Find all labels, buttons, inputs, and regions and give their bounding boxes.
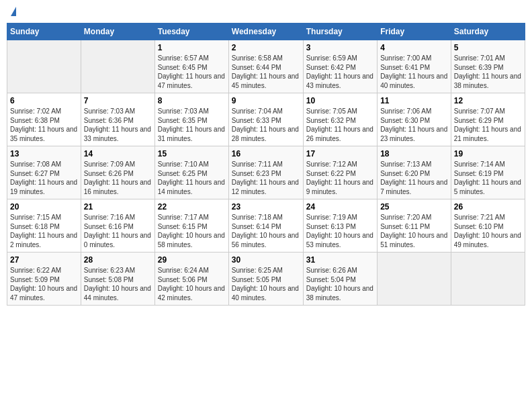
day-info: Sunrise: 7:09 AM Sunset: 6:26 PM Dayligh…: [84, 160, 152, 196]
weekday-header-tuesday: Tuesday: [154, 24, 228, 40]
calendar-table: SundayMondayTuesdayWednesdayThursdayFrid…: [7, 23, 525, 306]
day-number: 22: [158, 202, 226, 212]
calendar-cell: 11Sunrise: 7:06 AM Sunset: 6:30 PM Dayli…: [378, 93, 451, 146]
day-info: Sunrise: 7:17 AM Sunset: 6:15 PM Dayligh…: [158, 213, 226, 249]
calendar-cell: [81, 40, 154, 93]
day-info: Sunrise: 7:12 AM Sunset: 6:22 PM Dayligh…: [306, 160, 374, 196]
day-info: Sunrise: 6:59 AM Sunset: 6:42 PM Dayligh…: [306, 54, 374, 90]
calendar-cell: 5Sunrise: 7:01 AM Sunset: 6:39 PM Daylig…: [451, 40, 525, 93]
calendar-cell: 25Sunrise: 7:20 AM Sunset: 6:11 PM Dayli…: [378, 199, 451, 253]
calendar-cell: 17Sunrise: 7:12 AM Sunset: 6:22 PM Dayli…: [303, 146, 377, 199]
day-info: Sunrise: 6:23 AM Sunset: 5:08 PM Dayligh…: [84, 266, 152, 302]
day-info: Sunrise: 7:21 AM Sunset: 6:10 PM Dayligh…: [454, 213, 522, 249]
day-number: 27: [10, 255, 78, 265]
day-info: Sunrise: 7:19 AM Sunset: 6:13 PM Dayligh…: [306, 213, 374, 249]
day-info: Sunrise: 7:05 AM Sunset: 6:32 PM Dayligh…: [306, 107, 374, 143]
weekday-header-thursday: Thursday: [303, 24, 377, 40]
calendar-cell: 12Sunrise: 7:07 AM Sunset: 6:29 PM Dayli…: [451, 93, 525, 146]
calendar-cell: 13Sunrise: 7:08 AM Sunset: 6:27 PM Dayli…: [7, 146, 81, 199]
weekday-header-friday: Friday: [378, 24, 451, 40]
calendar-cell: 10Sunrise: 7:05 AM Sunset: 6:32 PM Dayli…: [303, 93, 377, 146]
calendar-week-1: 1Sunrise: 6:57 AM Sunset: 6:45 PM Daylig…: [7, 40, 525, 93]
day-info: Sunrise: 7:01 AM Sunset: 6:39 PM Dayligh…: [454, 54, 522, 90]
day-info: Sunrise: 7:15 AM Sunset: 6:18 PM Dayligh…: [10, 213, 78, 249]
calendar-cell: 30Sunrise: 6:25 AM Sunset: 5:05 PM Dayli…: [228, 253, 303, 306]
calendar-cell: 19Sunrise: 7:14 AM Sunset: 6:19 PM Dayli…: [451, 146, 525, 199]
calendar-cell: 31Sunrise: 6:26 AM Sunset: 5:04 PM Dayli…: [303, 253, 377, 306]
day-number: 8: [158, 96, 226, 105]
day-info: Sunrise: 7:02 AM Sunset: 6:38 PM Dayligh…: [10, 107, 78, 143]
calendar-cell: 14Sunrise: 7:09 AM Sunset: 6:26 PM Dayli…: [81, 146, 154, 199]
day-number: 19: [454, 149, 522, 158]
day-info: Sunrise: 7:03 AM Sunset: 6:36 PM Dayligh…: [84, 107, 152, 143]
weekday-header-wednesday: Wednesday: [228, 24, 303, 40]
day-number: 23: [232, 202, 300, 212]
day-info: Sunrise: 7:00 AM Sunset: 6:41 PM Dayligh…: [380, 54, 448, 90]
calendar-cell: 26Sunrise: 7:21 AM Sunset: 6:10 PM Dayli…: [451, 199, 525, 253]
calendar-cell: [7, 40, 81, 93]
day-number: 30: [232, 255, 300, 265]
calendar-cell: 16Sunrise: 7:11 AM Sunset: 6:23 PM Dayli…: [228, 146, 303, 199]
day-info: Sunrise: 7:14 AM Sunset: 6:19 PM Dayligh…: [454, 160, 522, 196]
day-number: 26: [454, 202, 522, 212]
logo-triangle-icon: [11, 7, 16, 16]
weekday-header-sunday: Sunday: [7, 24, 81, 40]
day-info: Sunrise: 7:10 AM Sunset: 6:25 PM Dayligh…: [158, 160, 226, 196]
day-number: 6: [10, 96, 78, 105]
calendar-cell: 4Sunrise: 7:00 AM Sunset: 6:41 PM Daylig…: [378, 40, 451, 93]
calendar-cell: 21Sunrise: 7:16 AM Sunset: 6:16 PM Dayli…: [81, 199, 154, 253]
day-number: 2: [232, 43, 300, 52]
calendar-cell: 24Sunrise: 7:19 AM Sunset: 6:13 PM Dayli…: [303, 199, 377, 253]
day-number: 20: [10, 202, 78, 212]
day-number: 5: [454, 43, 522, 52]
calendar-week-4: 20Sunrise: 7:15 AM Sunset: 6:18 PM Dayli…: [7, 199, 525, 253]
day-info: Sunrise: 7:07 AM Sunset: 6:29 PM Dayligh…: [454, 107, 522, 143]
day-info: Sunrise: 6:57 AM Sunset: 6:45 PM Dayligh…: [158, 54, 226, 90]
day-number: 11: [380, 96, 448, 105]
calendar-cell: 20Sunrise: 7:15 AM Sunset: 6:18 PM Dayli…: [7, 199, 81, 253]
day-number: 4: [380, 43, 448, 52]
day-number: 14: [84, 149, 152, 158]
calendar-cell: 3Sunrise: 6:59 AM Sunset: 6:42 PM Daylig…: [303, 40, 377, 93]
day-number: 3: [306, 43, 374, 52]
day-number: 28: [84, 255, 152, 265]
day-info: Sunrise: 7:06 AM Sunset: 6:30 PM Dayligh…: [380, 107, 448, 143]
calendar-week-2: 6Sunrise: 7:02 AM Sunset: 6:38 PM Daylig…: [7, 93, 525, 146]
day-number: 17: [306, 149, 374, 158]
day-info: Sunrise: 6:26 AM Sunset: 5:04 PM Dayligh…: [306, 266, 374, 302]
calendar-cell: 27Sunrise: 6:22 AM Sunset: 5:09 PM Dayli…: [7, 253, 81, 306]
day-number: 13: [10, 149, 78, 158]
calendar-cell: 6Sunrise: 7:02 AM Sunset: 6:38 PM Daylig…: [7, 93, 81, 146]
calendar-cell: 22Sunrise: 7:17 AM Sunset: 6:15 PM Dayli…: [154, 199, 228, 253]
day-info: Sunrise: 6:58 AM Sunset: 6:44 PM Dayligh…: [232, 54, 300, 90]
day-number: 31: [306, 255, 374, 265]
weekday-header-monday: Monday: [81, 24, 154, 40]
calendar-cell: 2Sunrise: 6:58 AM Sunset: 6:44 PM Daylig…: [228, 40, 303, 93]
calendar-cell: 23Sunrise: 7:18 AM Sunset: 6:14 PM Dayli…: [228, 199, 303, 253]
day-info: Sunrise: 7:16 AM Sunset: 6:16 PM Dayligh…: [84, 213, 152, 249]
logo: [9, 7, 16, 17]
day-info: Sunrise: 6:24 AM Sunset: 5:06 PM Dayligh…: [158, 266, 226, 302]
day-number: 7: [84, 96, 152, 105]
day-info: Sunrise: 7:13 AM Sunset: 6:20 PM Dayligh…: [380, 160, 448, 196]
calendar-cell: [451, 253, 525, 306]
calendar-cell: 18Sunrise: 7:13 AM Sunset: 6:20 PM Dayli…: [378, 146, 451, 199]
calendar-cell: [378, 253, 451, 306]
day-number: 1: [158, 43, 226, 52]
day-number: 21: [84, 202, 152, 212]
calendar-cell: 1Sunrise: 6:57 AM Sunset: 6:45 PM Daylig…: [154, 40, 228, 93]
day-info: Sunrise: 6:25 AM Sunset: 5:05 PM Dayligh…: [232, 266, 300, 302]
day-info: Sunrise: 7:03 AM Sunset: 6:35 PM Dayligh…: [158, 107, 226, 143]
day-info: Sunrise: 7:08 AM Sunset: 6:27 PM Dayligh…: [10, 160, 78, 196]
calendar-cell: 7Sunrise: 7:03 AM Sunset: 6:36 PM Daylig…: [81, 93, 154, 146]
day-info: Sunrise: 6:22 AM Sunset: 5:09 PM Dayligh…: [10, 266, 78, 302]
day-number: 12: [454, 96, 522, 105]
day-info: Sunrise: 7:04 AM Sunset: 6:33 PM Dayligh…: [232, 107, 300, 143]
day-number: 15: [158, 149, 226, 158]
day-info: Sunrise: 7:20 AM Sunset: 6:11 PM Dayligh…: [380, 213, 448, 249]
day-number: 16: [232, 149, 300, 158]
day-number: 29: [158, 255, 226, 265]
day-info: Sunrise: 7:11 AM Sunset: 6:23 PM Dayligh…: [232, 160, 300, 196]
calendar-week-3: 13Sunrise: 7:08 AM Sunset: 6:27 PM Dayli…: [7, 146, 525, 199]
weekday-header-saturday: Saturday: [451, 24, 525, 40]
